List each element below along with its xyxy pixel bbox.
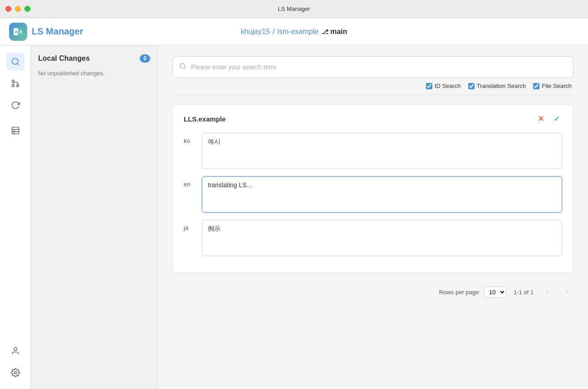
svg-text:A: A (15, 30, 18, 34)
svg-point-6 (16, 85, 19, 87)
close-button[interactable] (5, 6, 11, 12)
card-title: LLS.example (184, 115, 226, 123)
svg-point-4 (12, 58, 18, 64)
changes-badge: 0 (140, 54, 150, 63)
file-search-label: File Search (542, 83, 572, 89)
lang-label-ja: ja (184, 220, 195, 231)
sidebar-bottom (6, 342, 24, 389)
translation-field-en: en translating LS... (184, 176, 562, 213)
repo-name[interactable]: lsm-example (277, 28, 318, 36)
search-input[interactable] (191, 63, 567, 71)
no-changes-message: No unpublished changes. (38, 70, 150, 77)
search-options: ID Search Translation Search File Search (172, 83, 573, 89)
translation-textarea-ja[interactable]: 例示 (202, 220, 562, 256)
file-search-checkbox[interactable] (533, 83, 539, 89)
translation-field-ko: ko 예시 (184, 133, 562, 169)
translation-card: LLS.example ✕ ✓ ko 예시 en translating LS.… (172, 104, 573, 273)
rows-per-page-select[interactable]: 5 10 25 50 (484, 287, 506, 298)
app-header: A 文 LS Manager khujay15 / lsm-example ⎇ … (0, 18, 588, 45)
svg-point-16 (180, 63, 185, 68)
rows-per-page: Rows per page: 5 10 25 50 (439, 287, 506, 298)
pagination: Rows per page: 5 10 25 50 1-1 of 1 (172, 280, 573, 304)
minimize-button[interactable] (15, 6, 21, 12)
translation-textarea-en[interactable]: translating LS... (202, 176, 562, 213)
svg-point-15 (14, 372, 16, 374)
lang-label-ko: ko (184, 133, 195, 144)
search-bar (172, 56, 573, 78)
repo-info: khujay15 / lsm-example ⎇ main (241, 28, 348, 36)
rows-per-page-label: Rows per page: (439, 289, 480, 296)
title-bar: LS Manager (0, 0, 588, 18)
app-icon: A 文 (9, 23, 27, 41)
id-search-checkbox[interactable] (426, 83, 432, 89)
left-panel-header: Local Changes 0 (38, 54, 150, 63)
window-title: LS Manager (278, 5, 310, 12)
translation-search-option[interactable]: Translation Search (468, 83, 526, 89)
branch-name: main (330, 28, 347, 36)
sidebar-icon-table[interactable] (6, 122, 24, 140)
card-cancel-button[interactable]: ✕ (536, 114, 546, 124)
card-header: LLS.example ✕ ✓ (184, 114, 562, 124)
lang-label-en: en (184, 176, 195, 188)
translation-search-label: Translation Search (477, 83, 526, 89)
sidebar-icon-git[interactable] (6, 74, 24, 92)
translation-textarea-ko[interactable]: 예시 (202, 133, 562, 169)
main-layout: Local Changes 0 No unpublished changes. … (0, 45, 588, 389)
page-info: 1-1 of 1 (514, 289, 534, 296)
card-confirm-button[interactable]: ✓ (552, 114, 562, 124)
svg-rect-10 (12, 127, 19, 134)
sidebar-icon-user[interactable] (6, 342, 24, 360)
translation-search-checkbox[interactable] (468, 83, 475, 89)
next-page-button[interactable] (561, 286, 573, 298)
maximize-button[interactable] (24, 6, 30, 12)
card-actions: ✕ ✓ (536, 114, 562, 124)
svg-point-7 (12, 80, 14, 83)
sidebar-icon-refresh[interactable] (6, 96, 24, 114)
prev-page-button[interactable] (541, 286, 554, 298)
repo-owner[interactable]: khujay15 (241, 28, 270, 36)
branch-info: ⎇ main (321, 28, 347, 36)
content-area: ID Search Translation Search File Search… (158, 45, 588, 389)
sidebar-icon-settings[interactable] (6, 364, 24, 382)
file-search-option[interactable]: File Search (533, 83, 572, 89)
traffic-lights (5, 6, 30, 12)
left-panel: Local Changes 0 No unpublished changes. (31, 45, 158, 389)
svg-line-5 (17, 63, 19, 65)
branch-icon: ⎇ (321, 28, 328, 35)
id-search-label: ID Search (435, 83, 461, 89)
app-title-text: LS Manager (32, 26, 83, 37)
svg-point-8 (12, 85, 14, 87)
svg-line-17 (184, 68, 186, 69)
left-panel-title: Local Changes (38, 54, 90, 63)
svg-point-14 (14, 348, 17, 351)
content-divider (172, 95, 573, 95)
search-icon (179, 63, 186, 72)
app-logo: A 文 LS Manager (9, 23, 83, 41)
sidebar-icon-search[interactable] (6, 53, 24, 71)
svg-text:文: 文 (19, 29, 23, 34)
id-search-option[interactable]: ID Search (426, 83, 461, 89)
sidebar-icons (0, 45, 31, 389)
translation-field-ja: ja 例示 (184, 220, 562, 256)
repo-separator: / (273, 28, 274, 36)
